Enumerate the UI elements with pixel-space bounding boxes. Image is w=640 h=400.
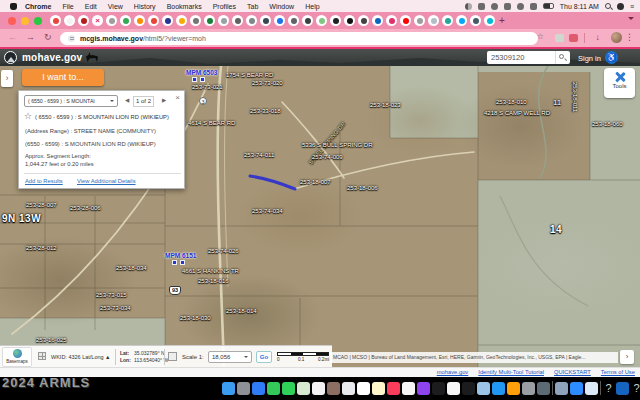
menu-item[interactable]: Help	[305, 3, 319, 10]
i-want-to-button[interactable]: I want to...	[22, 69, 104, 86]
favorite-star-icon[interactable]: ☆	[24, 111, 32, 121]
active-tab[interactable]: ×	[92, 15, 103, 26]
menu-item[interactable]: Chrome	[25, 3, 51, 10]
finder-dock-icon[interactable]	[222, 382, 235, 395]
view-additional-details-link[interactable]: View Additional Details	[77, 178, 136, 184]
pages-dock-icon[interactable]	[507, 382, 520, 395]
site-info-icon[interactable]	[68, 35, 75, 42]
close-icon[interactable]: ×	[175, 93, 180, 102]
extension-icon[interactable]	[555, 34, 564, 42]
address-bar[interactable]: mcgis.mohave.gov /html5/?viewer=moh	[60, 32, 538, 45]
browser-tab[interactable]	[274, 15, 285, 26]
add-to-results-link[interactable]: Add to Results	[25, 178, 63, 184]
menu-item[interactable]: Edit	[85, 3, 97, 10]
missing-app-icon[interactable]: ?	[603, 382, 614, 395]
accessibility-icon[interactable]: ♿	[605, 51, 618, 64]
next-result-button[interactable]: ▶	[162, 97, 166, 103]
apple-menu-icon[interactable]	[10, 3, 17, 10]
browser-tab[interactable]	[414, 15, 425, 26]
control-center-icon[interactable]	[617, 3, 624, 10]
settings-dock-icon[interactable]	[522, 382, 535, 395]
display-icon[interactable]	[478, 3, 485, 10]
browser-tab[interactable]	[344, 15, 355, 26]
browser-tab[interactable]	[190, 15, 201, 26]
volume-icon[interactable]	[530, 3, 537, 10]
menu-item[interactable]: Bookmarks	[167, 3, 202, 10]
keynote-dock-icon[interactable]	[492, 382, 505, 395]
menu-item[interactable]: History	[134, 3, 156, 10]
map-canvas[interactable]: MPM 65031754 S BEAR RD253-73-021253-73-0…	[0, 66, 640, 367]
screenshot-dock-icon[interactable]	[537, 382, 550, 395]
wifi-icon[interactable]	[517, 3, 524, 10]
footer-link[interactable]: Terms of Use	[601, 369, 635, 375]
browser-tab[interactable]	[428, 15, 439, 26]
browser-tab[interactable]	[78, 15, 89, 26]
app-dock-icon[interactable]	[570, 382, 583, 395]
zoom-window-button[interactable]	[34, 17, 42, 25]
news-dock-icon[interactable]	[447, 382, 460, 395]
browser-menu-icon[interactable]: ⋮	[625, 32, 634, 42]
browser-tab[interactable]	[246, 15, 257, 26]
music-dock-icon[interactable]	[387, 382, 400, 395]
screen-mirroring-icon[interactable]	[504, 3, 511, 10]
missing-app-icon[interactable]: ?	[631, 382, 640, 395]
browser-tab[interactable]	[64, 15, 75, 26]
back-icon[interactable]: ←	[8, 32, 17, 42]
browser-tab[interactable]	[148, 15, 159, 26]
quicktime-dock-icon[interactable]	[585, 382, 598, 395]
preview-dock-icon[interactable]	[477, 382, 490, 395]
reload-icon[interactable]: ↻	[44, 32, 52, 42]
footer-link[interactable]: QUICKSTART	[554, 369, 591, 375]
user-switch-icon[interactable]	[465, 3, 472, 10]
browser-tab[interactable]	[372, 15, 383, 26]
tools-button[interactable]: Tools	[604, 68, 635, 98]
browser-tab[interactable]	[260, 15, 271, 26]
menu-item[interactable]: File	[62, 3, 73, 10]
go-button[interactable]: Go	[256, 351, 272, 363]
dock-divider[interactable]	[600, 381, 601, 395]
profile-avatar[interactable]	[611, 32, 622, 43]
browser-tab[interactable]	[50, 15, 61, 26]
browser-tab[interactable]	[106, 15, 117, 26]
maps-dock-icon[interactable]	[297, 382, 310, 395]
launchpad-dock-icon[interactable]	[237, 382, 250, 395]
scale-select-dropdown[interactable]: 18,056	[208, 351, 252, 363]
folder-dock-icon[interactable]	[555, 382, 568, 395]
menu-item[interactable]: Profiles	[213, 3, 236, 10]
notes-dock-icon[interactable]	[372, 382, 385, 395]
podcasts-dock-icon[interactable]	[417, 382, 430, 395]
dock-divider[interactable]	[552, 381, 553, 395]
battery-icon[interactable]	[543, 3, 554, 9]
browser-tab[interactable]	[288, 15, 299, 26]
notification-center-icon[interactable]: ≡	[630, 3, 634, 10]
browser-tab[interactable]	[204, 15, 215, 26]
wkid-selector[interactable]: WKID: 4326 Lat/Long ▲	[51, 354, 111, 360]
menu-item[interactable]: Window	[269, 3, 294, 10]
menu-item[interactable]: View	[108, 3, 123, 10]
reminders-dock-icon[interactable]	[357, 382, 370, 395]
browser-tab[interactable]	[218, 15, 229, 26]
bookmark-star-icon[interactable]: ☆	[537, 32, 544, 41]
stocks-dock-icon[interactable]	[462, 382, 475, 395]
bluetooth-icon[interactable]	[491, 3, 498, 10]
spotlight-icon[interactable]	[605, 3, 611, 9]
search-button[interactable]	[555, 51, 570, 64]
browser-tab[interactable]	[134, 15, 145, 26]
browser-tab[interactable]	[120, 15, 131, 26]
site-brand[interactable]: mohave.gov	[22, 52, 82, 63]
forward-icon[interactable]: →	[26, 32, 35, 42]
downloads-icon[interactable]: ↓	[596, 32, 601, 42]
tv-dock-icon[interactable]	[432, 382, 445, 395]
browser-tab[interactable]	[316, 15, 327, 26]
basemaps-button[interactable]: Basemaps	[2, 347, 32, 367]
footer-link[interactable]: mohave.gov	[437, 369, 469, 375]
mohave-county-logo[interactable]	[4, 51, 17, 64]
minimize-window-button[interactable]	[21, 17, 29, 25]
browser-tab[interactable]	[442, 15, 453, 26]
sign-in-link[interactable]: Sign in	[578, 54, 601, 63]
messages-dock-icon[interactable]	[282, 382, 295, 395]
network-globe-dock-icon[interactable]	[616, 382, 629, 395]
result-select-dropdown[interactable]: ( 6550 - 6599 ) : S MOUNTAI	[24, 95, 118, 107]
browser-tab[interactable]	[358, 15, 369, 26]
safari-dock-icon[interactable]	[252, 382, 265, 395]
